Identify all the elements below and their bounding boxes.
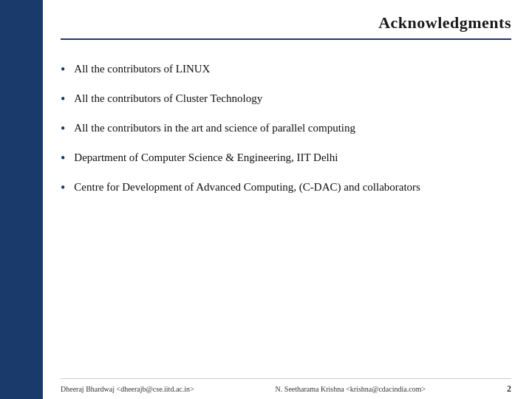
bullet-text: All the contributors in the art and scie… <box>74 120 511 137</box>
bullet-icon: • <box>61 60 65 80</box>
footer-center-author: N. Seetharama Krishna <krishna@cdacindia… <box>276 385 426 393</box>
list-item: • All the contributors of LINUX <box>61 61 511 80</box>
slide-footer: Dheeraj Bhardwaj <dheerajb@cse.iitd.ac.i… <box>61 378 511 399</box>
slide-content: Acknowledgments • All the contributors o… <box>43 0 532 399</box>
bullet-list: • All the contributors of LINUX • All th… <box>61 61 511 378</box>
blue-accent-bar <box>0 0 43 399</box>
list-item: • Department of Computer Science & Engin… <box>61 149 511 168</box>
bullet-icon: • <box>61 149 65 168</box>
title-area: Acknowledgments <box>61 13 511 40</box>
slide-page-number: 2 <box>507 383 511 395</box>
bullet-icon: • <box>61 119 65 139</box>
bullet-icon: • <box>61 178 65 198</box>
slide: Acknowledgments • All the contributors o… <box>0 0 532 399</box>
bullet-text: All the contributors of Cluster Technolo… <box>74 90 511 107</box>
list-item: • All the contributors of Cluster Techno… <box>61 90 511 109</box>
bullet-text: All the contributors of LINUX <box>74 61 511 78</box>
bullet-text: Centre for Development of Advanced Compu… <box>74 179 511 196</box>
list-item: • All the contributors in the art and sc… <box>61 120 511 139</box>
slide-title: Acknowledgments <box>378 13 511 32</box>
bullet-icon: • <box>61 89 65 109</box>
footer-left-author: Dheeraj Bhardwaj <dheerajb@cse.iitd.ac.i… <box>61 385 194 393</box>
bullet-text: Department of Computer Science & Enginee… <box>74 149 511 166</box>
list-item: • Centre for Development of Advanced Com… <box>61 179 511 198</box>
